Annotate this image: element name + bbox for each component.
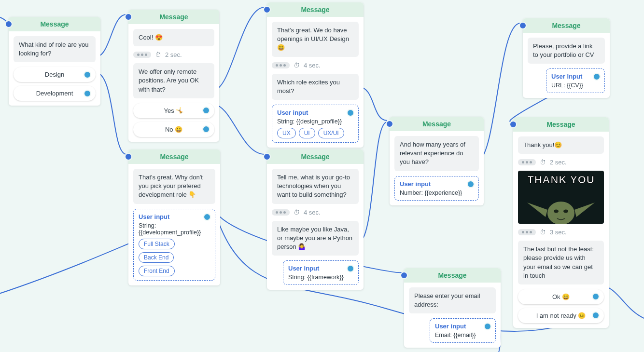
message-text: Cool! 😍	[133, 29, 214, 46]
stopwatch-icon: ⏱	[294, 209, 300, 216]
delay-indicator: ⏱ 2 sec.	[133, 51, 214, 58]
output-port[interactable]	[202, 107, 210, 114]
node-title: Message	[546, 121, 575, 128]
node-header: Message	[513, 117, 609, 132]
option-not-ready[interactable]: I am not ready 😐	[518, 308, 604, 323]
user-input-framework[interactable]: User input String: {{framework}}	[283, 260, 359, 285]
delay-text: 3 sec.	[550, 229, 567, 236]
message-text: Like maybe you like Java, or maybe you a…	[272, 221, 359, 256]
option-no[interactable]: No 😀	[133, 122, 214, 137]
output-port[interactable]	[84, 71, 91, 79]
svg-point-2	[563, 210, 568, 213]
chip-ui[interactable]: UI	[299, 128, 315, 138]
node-tech-stack[interactable]: Message Tell me, what is your go-to tech…	[267, 149, 364, 290]
node-title: Message	[160, 153, 188, 161]
user-input-email[interactable]: User input Email: {{email}}	[430, 318, 496, 343]
user-input-dev-profile[interactable]: User input String: {{development_profile…	[133, 209, 215, 281]
delay-text: 4 sec.	[304, 62, 321, 69]
user-input-cv[interactable]: User input URL: {{CV}}	[546, 68, 605, 93]
node-header: Message	[9, 17, 100, 31]
message-text: Please, provide a link to your portfolio…	[528, 38, 605, 64]
node-design-openings[interactable]: Message That's great. We do have opening…	[267, 2, 364, 148]
output-port[interactable]	[347, 265, 354, 272]
node-title: Message	[422, 120, 451, 128]
meme-image: THANK YOU	[518, 171, 604, 224]
input-port[interactable]	[125, 13, 132, 21]
node-title: Message	[159, 13, 188, 21]
chip-uxui[interactable]: UX/UI	[318, 128, 344, 138]
stopwatch-icon: ⏱	[540, 159, 546, 166]
yoda-icon	[522, 183, 600, 224]
output-port[interactable]	[347, 109, 354, 117]
option-yes[interactable]: Yes 🤸	[133, 103, 214, 118]
chip-ux[interactable]: UX	[277, 128, 296, 138]
user-input-label: String: {{design_profile}}	[277, 118, 353, 125]
user-input-title: User input	[400, 180, 474, 188]
output-port[interactable]	[467, 180, 475, 188]
user-input-title: User input	[277, 109, 353, 116]
typing-dots-icon	[518, 229, 536, 235]
output-port[interactable]	[202, 125, 210, 133]
user-input-title: User input	[551, 73, 600, 80]
user-input-label: String: {{framework}}	[288, 274, 353, 281]
user-input-experience[interactable]: User input Number: {{experience}}	[394, 176, 479, 201]
delay-indicator: ⏱ 4 sec.	[272, 62, 359, 69]
node-header: Message	[128, 149, 220, 164]
node-title: Message	[301, 153, 329, 161]
node-title: Message	[438, 271, 466, 279]
option-design[interactable]: Design	[14, 67, 96, 82]
user-input-label: Number: {{experience}}	[400, 190, 474, 196]
node-title: Message	[301, 6, 329, 14]
svg-point-0	[547, 202, 574, 224]
stopwatch-icon: ⏱	[155, 51, 161, 58]
node-header: Message	[267, 149, 364, 164]
chip-fullstack[interactable]: Full Stack	[139, 239, 175, 249]
svg-point-1	[554, 210, 559, 213]
node-header: Message	[267, 2, 364, 17]
node-role-question[interactable]: Message What kind of role are you lookin…	[9, 17, 100, 106]
typing-dots-icon	[518, 159, 536, 165]
typing-dots-icon	[272, 62, 290, 68]
input-port[interactable]	[519, 22, 527, 29]
input-port[interactable]	[400, 271, 408, 279]
message-text: Which role excites you most?	[272, 74, 359, 100]
delay-indicator: ⏱ 3 sec.	[518, 229, 604, 236]
delay-text: 2 sec.	[165, 51, 182, 58]
chip-frontend[interactable]: Front End	[139, 266, 175, 276]
chip-backend[interactable]: Back End	[139, 252, 174, 263]
delay-indicator: ⏱ 2 sec.	[518, 159, 604, 166]
output-port[interactable]	[203, 213, 211, 221]
input-port[interactable]	[386, 120, 393, 128]
node-header: Message	[390, 117, 484, 131]
message-text: And how many years of relevant experienc…	[394, 136, 479, 171]
message-text: Thank you!😊	[518, 136, 604, 154]
input-port[interactable]	[263, 6, 271, 14]
option-ok[interactable]: Ok 😄	[518, 289, 604, 304]
node-email[interactable]: Message Please enter your email address:…	[404, 268, 501, 348]
node-dev-role[interactable]: Message That's great. Why don't you pick…	[128, 149, 220, 285]
user-input-label: Email: {{email}}	[435, 332, 490, 338]
typing-dots-icon	[133, 52, 151, 58]
node-remote-ok[interactable]: Message Cool! 😍 ⏱ 2 sec. We offer only r…	[128, 10, 219, 142]
output-port[interactable]	[592, 311, 600, 319]
delay-text: 4 sec.	[304, 209, 321, 216]
node-experience[interactable]: Message And how many years of relevant e…	[390, 117, 484, 205]
input-port[interactable]	[5, 20, 13, 28]
typing-dots-icon	[272, 209, 290, 216]
user-input-design-profile[interactable]: User input String: {{design_profile}} UX…	[272, 105, 359, 143]
node-title: Message	[40, 20, 69, 28]
option-development[interactable]: Development	[14, 86, 96, 101]
delay-text: 2 sec.	[550, 159, 567, 166]
delay-indicator: ⏱ 4 sec.	[272, 209, 359, 216]
node-thank-you[interactable]: Message Thank you!😊 ⏱ 2 sec. THANK YOU ⏱…	[513, 117, 609, 328]
input-port[interactable]	[125, 153, 132, 161]
output-port[interactable]	[84, 90, 91, 97]
node-header: Message	[523, 18, 610, 33]
node-title: Message	[552, 22, 580, 29]
output-port[interactable]	[592, 293, 600, 300]
message-text: That's great. We do have openings in UI/…	[272, 22, 359, 57]
node-header: Message	[128, 10, 219, 24]
node-cv-link[interactable]: Message Please, provide a link to your p…	[523, 18, 610, 98]
input-port[interactable]	[509, 121, 517, 128]
input-port[interactable]	[263, 153, 271, 161]
